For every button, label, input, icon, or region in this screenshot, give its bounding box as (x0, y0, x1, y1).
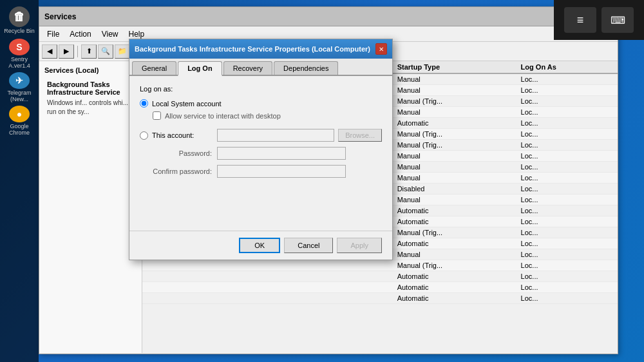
menu-button[interactable]: ≡ (564, 7, 596, 33)
table-row[interactable]: AutomaticLoc... (142, 282, 618, 293)
toolbar-up[interactable]: ⬆ (81, 44, 97, 59)
taskbar-icon-telegram[interactable]: ✈ Telegram(New... (4, 72, 35, 103)
toolbar-separator-1 (77, 46, 78, 57)
modal-body: Log on as: Local System account Allow se… (129, 76, 392, 192)
keyboard-icon: ⌨ (611, 14, 625, 26)
tab-recovery[interactable]: Recovery (223, 61, 272, 75)
services-titlebar: Services − □ ✕ (39, 7, 618, 26)
cancel-button[interactable]: Cancel (284, 238, 333, 253)
this-account-radio[interactable] (140, 131, 148, 140)
service-detail-panel: Background Tasks Infrastructure Service … (44, 78, 137, 119)
desktop: 🗑 Recycle Bin S SentryA.ver1.4 ✈ Telegra… (0, 0, 644, 362)
taskbar-icon-sentry[interactable]: S SentryA.ver1.4 (4, 39, 35, 70)
allow-interact-row: Allow service to interact with desktop (153, 111, 382, 120)
toolbar-forward[interactable]: ▶ (59, 44, 74, 59)
confirm-password-group: Confirm password: (140, 165, 382, 178)
toolbar-folders[interactable]: 📁 (115, 44, 130, 59)
menu-view[interactable]: View (97, 28, 124, 40)
apply-button[interactable]: Apply (337, 238, 382, 253)
taskbar-left: 🗑 Recycle Bin S SentryA.ver1.4 ✈ Telegra… (0, 0, 39, 362)
this-account-radio-row: This account: (140, 131, 217, 140)
toolbar-search[interactable]: 🔍 (98, 44, 113, 59)
col-logon[interactable]: Log On As (517, 61, 618, 73)
allow-interact-label[interactable]: Allow service to interact with desktop (165, 112, 281, 120)
modal-title: Background Tasks Infrastructure Service … (135, 45, 370, 53)
taskbar-icon-recycle-bin[interactable]: 🗑 Recycle Bin (4, 5, 35, 36)
modal-close-button[interactable]: ✕ (375, 43, 387, 55)
services-sidebar: Services (Local) Background Tasks Infras… (39, 61, 142, 353)
this-account-input[interactable] (217, 129, 334, 142)
table-row[interactable]: AutomaticLoc... (142, 271, 618, 282)
modal-titlebar: Background Tasks Infrastructure Service … (129, 39, 392, 59)
service-detail-description: Windows inf... controls whi... run on th… (47, 99, 134, 117)
browse-button[interactable]: Browse... (338, 129, 382, 142)
toolbar-back[interactable]: ◀ (42, 44, 57, 59)
menu-action[interactable]: Action (64, 28, 96, 40)
service-detail-name: Background Tasks Infrastructure Service (47, 81, 134, 96)
top-right-controls: ≡ ⌨ (554, 0, 644, 40)
col-startup-type[interactable]: Startup Type (393, 61, 517, 73)
local-system-radio[interactable] (140, 99, 148, 108)
this-account-label[interactable]: This account: (152, 131, 194, 139)
password-group: Password: (140, 147, 382, 160)
table-row[interactable]: AutomaticLoc... (142, 293, 618, 304)
confirm-password-label: Confirm password: (140, 167, 217, 175)
radio-group: Local System account Allow service to in… (140, 99, 382, 120)
ok-button[interactable]: OK (239, 238, 280, 253)
local-system-row: Local System account (140, 99, 382, 108)
tabs-container: General Log On Recovery Dependencies (129, 59, 392, 76)
menu-file[interactable]: File (42, 28, 64, 40)
modal-footer: OK Cancel Apply (129, 231, 392, 260)
this-account-group: This account: Browse... (140, 129, 382, 142)
tab-dependencies[interactable]: Dependencies (274, 61, 338, 75)
sidebar-title: Services (Local) (44, 66, 137, 74)
password-label: Password: (140, 149, 217, 157)
confirm-password-input[interactable] (217, 165, 346, 178)
services-title: Services (44, 12, 76, 21)
allow-interact-checkbox[interactable] (153, 111, 161, 120)
taskbar-icon-chrome[interactable]: ● GoogleChrome (4, 106, 35, 137)
tab-general[interactable]: General (132, 61, 176, 75)
password-input[interactable] (217, 147, 346, 160)
local-system-label[interactable]: Local System account (152, 100, 222, 108)
logon-section-title: Log on as: (140, 85, 382, 93)
table-row[interactable]: Manual (Trig...Loc... (142, 260, 618, 271)
tab-logon[interactable]: Log On (178, 61, 222, 76)
properties-dialog: Background Tasks Infrastructure Service … (129, 39, 393, 260)
keyboard-button[interactable]: ⌨ (601, 7, 634, 33)
menu-icon: ≡ (577, 14, 584, 27)
menu-help[interactable]: Help (124, 28, 150, 40)
